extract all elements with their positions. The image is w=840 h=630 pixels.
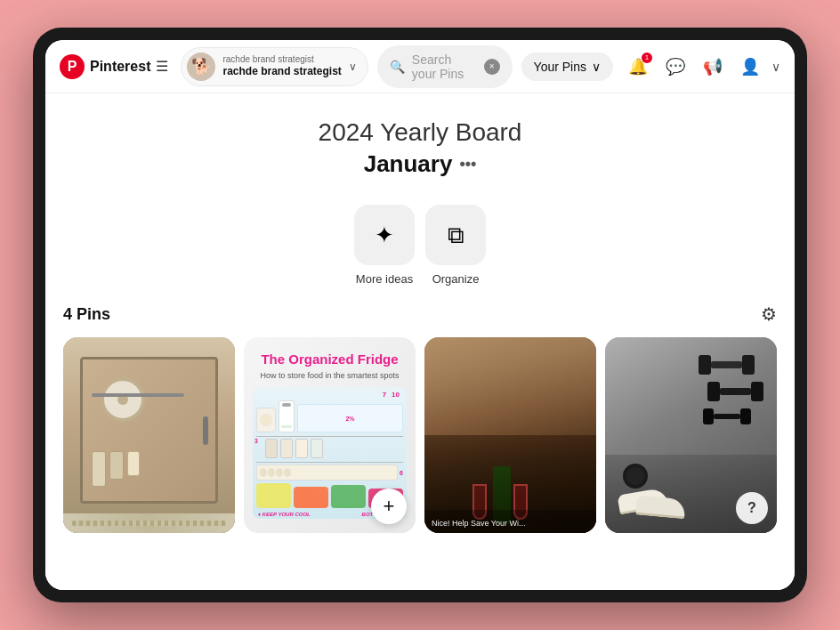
- cooking-image: Nice! Help Save Your Wi...: [424, 337, 596, 533]
- pin-card-cabinet[interactable]: [63, 337, 235, 533]
- hamburger-icon[interactable]: ☰: [156, 58, 168, 75]
- account-subtitle: rachde brand strategist: [222, 54, 341, 65]
- organize-icon: ⧉: [425, 205, 486, 265]
- action-buttons: ✦ More ideas ⧉ Organize: [45, 196, 795, 303]
- pins-count: 4 Pins: [63, 305, 110, 324]
- profile-button[interactable]: 👤: [734, 51, 766, 83]
- message-button[interactable]: 💬: [659, 51, 691, 83]
- message-icon: 💬: [666, 57, 685, 77]
- profile-icon: 👤: [740, 57, 760, 77]
- notification-button[interactable]: 🔔 1: [622, 51, 654, 83]
- pin-card-cooking[interactable]: Nice! Help Save Your Wi...: [424, 337, 596, 533]
- megaphone-icon: 📢: [703, 57, 723, 77]
- board-title: 2024 Yearly Board: [63, 118, 777, 147]
- pin-more-button[interactable]: ?: [736, 492, 768, 524]
- nav-logo-text: Pinterest: [90, 59, 150, 75]
- pin-add-button[interactable]: +: [371, 489, 407, 524]
- fridge-subtitle: How to store food in the smartest spots: [260, 371, 399, 380]
- pinterest-logo-icon: P: [60, 54, 85, 79]
- notification-badge: 1: [642, 52, 652, 63]
- nav-more-icon[interactable]: ∨: [771, 60, 780, 74]
- more-ideas-button[interactable]: ✦ More ideas: [354, 205, 415, 286]
- account-name: rachde brand strategist: [222, 65, 341, 79]
- search-icon: 🔍: [390, 60, 405, 74]
- pins-section: 4 Pins ⚙: [45, 303, 795, 533]
- more-ideas-label: More ideas: [356, 272, 413, 286]
- board-subtitle: January •••: [63, 150, 777, 178]
- pin-card-fridge[interactable]: The Organized Fridge How to store food i…: [244, 337, 416, 533]
- organize-label: Organize: [432, 272, 480, 286]
- more-ideas-icon: ✦: [354, 205, 415, 265]
- chevron-down-icon: ∨: [592, 60, 601, 74]
- pins-grid: The Organized Fridge How to store food i…: [63, 337, 777, 533]
- board-header: 2024 Yearly Board January •••: [45, 93, 795, 196]
- nav-logo[interactable]: P Pinterest ☰: [60, 54, 172, 79]
- pins-header: 4 Pins ⚙: [63, 303, 777, 325]
- search-clear-button[interactable]: ×: [484, 59, 500, 75]
- filter-icon[interactable]: ⚙: [761, 303, 777, 325]
- cabinet-image: [63, 337, 235, 533]
- search-bar[interactable]: 🔍 Search your Pins ×: [377, 45, 513, 88]
- main-content: 2024 Yearly Board January ••• ✦ More ide…: [45, 93, 795, 590]
- pin-card-gym[interactable]: ?: [605, 337, 777, 533]
- nav-actions: 🔔 1 💬 📢 👤 ∨: [622, 51, 780, 83]
- tablet-screen: P Pinterest ☰ 🐕 rachde brand strategist …: [45, 40, 795, 590]
- fridge-title: The Organized Fridge: [261, 351, 398, 368]
- your-pins-button[interactable]: Your Pins ∨: [521, 52, 613, 81]
- navbar: P Pinterest ☰ 🐕 rachde brand strategist …: [45, 40, 795, 93]
- tablet-frame: P Pinterest ☰ 🐕 rachde brand strategist …: [33, 28, 807, 602]
- account-switcher[interactable]: 🐕 rachde brand strategist rachde brand s…: [181, 47, 368, 86]
- board-more-icon[interactable]: •••: [459, 155, 476, 174]
- chevron-down-icon: ∨: [349, 61, 357, 73]
- avatar: 🐕: [187, 52, 215, 81]
- megaphone-button[interactable]: 📢: [697, 51, 729, 83]
- organize-button[interactable]: ⧉ Organize: [425, 205, 486, 286]
- board-subtitle-text: January: [364, 150, 453, 178]
- search-placeholder: Search your Pins: [412, 52, 477, 81]
